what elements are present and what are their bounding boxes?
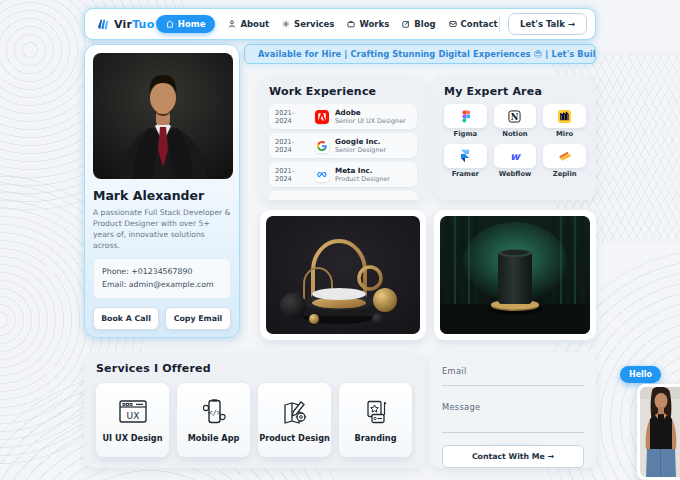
- profile-card: Mark Alexander A passionate Full Stack D…: [84, 44, 240, 338]
- webflow-icon: w: [494, 144, 537, 168]
- portfolio-item-podium[interactable]: [260, 210, 426, 340]
- nav-item-home[interactable]: Home: [156, 15, 216, 33]
- email-line: Email: admin@example.com: [102, 278, 222, 291]
- miro-icon: [543, 104, 586, 128]
- experience-role: Senior UI UX Designer: [335, 117, 406, 125]
- contact-form: Contact With Me →: [430, 352, 596, 468]
- portfolio-item-speaker[interactable]: [434, 210, 596, 340]
- email-field[interactable]: [442, 364, 584, 386]
- service-label: UI UX Design: [102, 433, 162, 443]
- message-field[interactable]: [442, 400, 584, 433]
- nav-item-contact[interactable]: Contact: [449, 19, 498, 29]
- briefcase-icon: [347, 20, 355, 28]
- agent-image: [640, 387, 680, 477]
- experience-period: 2021-2024: [275, 167, 309, 183]
- copy-email-button[interactable]: Copy Email: [165, 307, 231, 330]
- experience-company: Google Inc.: [335, 137, 386, 146]
- profile-buttons: Book A Call Copy Email: [93, 307, 231, 330]
- experience-period: 2021-2024: [275, 138, 309, 154]
- portfolio-image-speaker: [440, 216, 590, 334]
- tool-label: Zeplin: [543, 168, 586, 182]
- notion-icon: N: [494, 104, 537, 128]
- book-a-call-button[interactable]: Book A Call: [93, 307, 159, 330]
- figma-icon: [444, 104, 487, 128]
- experience-role: Senior Designer: [335, 146, 386, 154]
- person-icon: [228, 20, 236, 28]
- marquee-text: Available for Hire | Crafting Stunning D…: [258, 49, 596, 59]
- tool-label: Figma: [444, 128, 487, 142]
- services-grid: UX UI UX Design </> Mobile App Product: [96, 383, 412, 457]
- experience-text: Google Inc. Senior Designer: [335, 137, 386, 154]
- service-branding[interactable]: Branding: [339, 383, 412, 457]
- experience-company: Adobe: [335, 108, 406, 117]
- portfolio-image-podium: [266, 216, 420, 334]
- tool-miro: Miro: [543, 104, 586, 142]
- svg-text:w: w: [510, 150, 521, 162]
- svg-text:N: N: [511, 111, 519, 121]
- experience-row-google: 2021-2024 Google Inc. Senior Designer: [269, 133, 417, 158]
- contact-submit-button[interactable]: Contact With Me →: [442, 445, 584, 468]
- services-title: Services I Offered: [96, 362, 412, 375]
- zeplin-icon: [543, 144, 586, 168]
- expert-area-title: My Expert Area: [444, 85, 586, 98]
- experience-list: 2021-2024 Adobe Senior UI UX Designer 20…: [269, 104, 417, 200]
- marquee-banner: Available for Hire | Crafting Stunning D…: [244, 44, 596, 64]
- service-label: Branding: [355, 433, 397, 443]
- tool-label: Framer: [444, 168, 487, 182]
- mail-icon: [449, 20, 457, 28]
- profile-photo: [93, 53, 233, 179]
- nav-item-label: Works: [359, 19, 389, 29]
- work-experience-card: Work Experience 2021-2024 Adobe Senior U…: [260, 76, 426, 200]
- svg-text:UX: UX: [126, 410, 139, 420]
- work-experience-title: Work Experience: [269, 85, 417, 98]
- experience-period: 2021-2024: [275, 109, 309, 125]
- phone-line: Phone: +01234567890: [102, 265, 222, 278]
- experience-text: Adobe Senior UI UX Designer: [335, 108, 406, 125]
- service-uiux[interactable]: UX UI UX Design: [96, 383, 169, 457]
- nav-item-blog[interactable]: Blog: [402, 19, 435, 29]
- svg-text:</>: </>: [208, 408, 221, 416]
- chat-agent-photo[interactable]: [637, 384, 680, 480]
- framer-icon: [444, 144, 487, 168]
- tool-grid: Figma N Notion Miro Framer w Webflow: [444, 104, 586, 182]
- service-mobile-app[interactable]: </> Mobile App: [177, 383, 250, 457]
- contact-info-box: Phone: +01234567890 Email: admin@example…: [93, 258, 231, 299]
- nav-item-label: Blog: [414, 19, 435, 29]
- navbar: VirTuo Home About Services Works Blog Co…: [84, 8, 596, 40]
- nav-item-services[interactable]: Services: [282, 19, 334, 29]
- tool-label: Miro: [543, 128, 586, 142]
- service-product-design[interactable]: Product Design: [258, 383, 331, 457]
- lets-talk-button[interactable]: Let's Talk →: [508, 13, 587, 35]
- google-icon: [315, 139, 329, 153]
- logo[interactable]: VirTuo: [97, 18, 154, 31]
- services-card: Services I Offered UX UI UX Design </>: [84, 352, 424, 468]
- profile-bio: A passionate Full Stack Developer & Prod…: [93, 207, 231, 251]
- nav-item-label: Services: [294, 19, 334, 29]
- tool-framer: Framer: [444, 144, 487, 182]
- nav-divider: [499, 16, 500, 32]
- nav-item-works[interactable]: Works: [347, 19, 389, 29]
- profile-name: Mark Alexander: [93, 188, 231, 203]
- adobe-icon: [315, 110, 329, 124]
- tool-notion: N Notion: [494, 104, 537, 142]
- nav-item-about[interactable]: About: [228, 19, 269, 29]
- gear-icon: [282, 20, 290, 28]
- meta-icon: [315, 168, 329, 182]
- service-label: Product Design: [259, 433, 330, 443]
- expert-area-card: My Expert Area Figma N Notion Miro Frame…: [434, 76, 596, 200]
- experience-company: Meta Inc.: [335, 166, 390, 175]
- chat-bubble[interactable]: Hello: [620, 366, 661, 383]
- edit-icon: [402, 20, 410, 28]
- tool-figma: Figma: [444, 104, 487, 142]
- product-design-icon: [281, 398, 309, 426]
- experience-text: Meta Inc. Product Designer: [335, 166, 390, 183]
- tool-label: Webflow: [494, 168, 537, 182]
- experience-row-partial: [269, 191, 417, 200]
- tool-label: Notion: [494, 128, 537, 142]
- nav-item-label: About: [240, 19, 269, 29]
- logo-text: VirTuo: [114, 18, 154, 31]
- tool-zeplin: Zeplin: [543, 144, 586, 182]
- logo-icon: [97, 18, 110, 31]
- nav-menu: Home About Services Works Blog Contact: [156, 15, 498, 33]
- mobile-app-icon: </>: [200, 398, 228, 426]
